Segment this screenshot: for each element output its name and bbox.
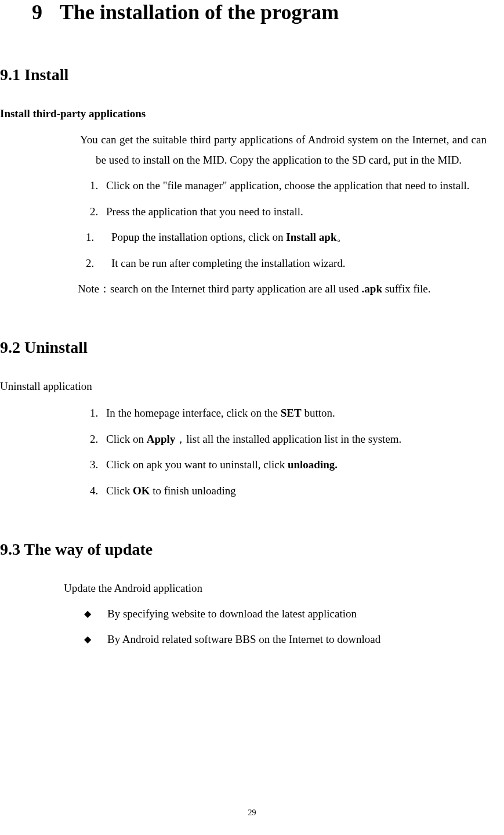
list-text: Click on Apply，list all the installed ap… (106, 433, 401, 445)
list-item: 3. Click on apk you want to uninstall, c… (90, 456, 487, 473)
install-intro: You can get the suitable third party app… (96, 129, 487, 170)
uninstall-subheading: Uninstall application (0, 380, 492, 393)
install-list-2: 1. Popup the installation options, click… (86, 229, 487, 272)
list-number: 4. (90, 482, 98, 500)
list-item: 2. Press the application that you need t… (90, 203, 487, 221)
list-item: 1. Click on the "file manager" applicati… (90, 177, 487, 194)
list-text: Click OK to finish unloading (106, 485, 236, 497)
list-text: By specifying website to download the la… (107, 608, 357, 620)
list-number: 1. (86, 229, 94, 246)
list-item: 2. Click on Apply，list all the installed… (90, 431, 487, 448)
list-text: Popup the installation options, click on… (111, 231, 347, 243)
chapter-number: 9 (32, 0, 42, 25)
list-text: Click on the "file manager" application,… (106, 179, 470, 191)
section-92-heading: 9.2 Uninstall (0, 338, 492, 357)
list-text: Click on apk you want to uninstall, clic… (106, 458, 338, 471)
chapter-title: 9The installation of the program (0, 0, 492, 25)
update-bullet-list: ◆ By specifying website to download the … (84, 605, 492, 649)
list-number: 2. (90, 203, 98, 221)
list-number: 2. (90, 431, 98, 448)
list-number: 3. (90, 456, 98, 473)
section-91-heading: 9.1 Install (0, 66, 492, 84)
list-item: 1. Popup the installation options, click… (86, 229, 487, 246)
list-item: ◆ By Android related software BBS on the… (84, 631, 492, 648)
update-intro: Update the Android application (64, 582, 492, 595)
bold-text: unloading. (288, 458, 338, 471)
page-number: 29 (248, 808, 256, 818)
list-number: 2. (86, 255, 94, 272)
list-text: By Android related software BBS on the I… (107, 633, 380, 645)
uninstall-list: 1. In the homepage interface, click on t… (90, 404, 487, 500)
list-item: 4. Click OK to finish unloading (90, 482, 487, 500)
install-subheading: Install third-party applications (0, 107, 492, 120)
list-number: 1. (90, 404, 98, 422)
list-item: ◆ By specifying website to download the … (84, 605, 492, 623)
document-page: 9The installation of the program 9.1 Ins… (0, 0, 504, 649)
bold-text: .apk (362, 283, 382, 295)
install-note: Note：search on the Internet third party … (78, 280, 487, 298)
list-text: Press the application that you need to i… (106, 205, 303, 218)
install-list-1: 1. Click on the "file manager" applicati… (90, 177, 487, 221)
bold-text: Install apk (286, 231, 336, 243)
chapter-title-text: The installation of the program (60, 1, 339, 24)
list-text: In the homepage interface, click on the … (106, 407, 335, 419)
list-item: 1. In the homepage interface, click on t… (90, 404, 487, 422)
list-item: 2. It can be run after completing the in… (86, 255, 487, 272)
diamond-icon: ◆ (84, 606, 91, 621)
bold-text: OK (133, 485, 150, 497)
section-93-heading: 9.3 The way of update (0, 540, 492, 559)
list-number: 1. (90, 177, 98, 194)
bold-text: Apply (147, 433, 176, 445)
diamond-icon: ◆ (84, 632, 91, 647)
list-text: It can be run after completing the insta… (111, 257, 346, 269)
bold-text: SET (281, 407, 302, 419)
